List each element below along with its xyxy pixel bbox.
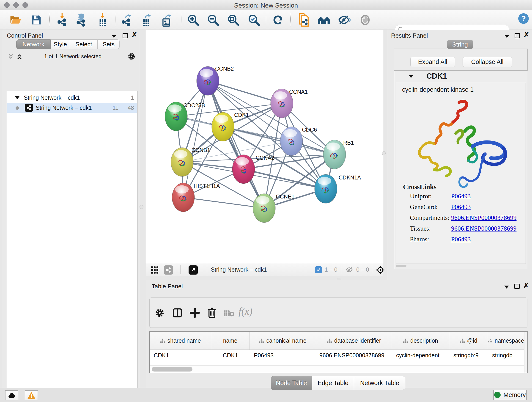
node-CCNB2[interactable]: CCNB2	[196, 65, 234, 95]
protein-collapse-caret[interactable]	[409, 75, 413, 78]
node-HIST1H1A[interactable]: HIST1H1A	[172, 183, 220, 212]
crosslink-genecard-link[interactable]: P06493	[451, 203, 471, 211]
node-CCNA1[interactable]: CCNA1	[271, 89, 308, 118]
tab-network[interactable]: Network	[16, 39, 51, 49]
network-view-title: String Network – cdk1	[211, 266, 267, 273]
import-network-file-button[interactable]	[56, 13, 69, 27]
protein-description: cyclin-dependent kinase 1	[402, 86, 474, 93]
tab-string[interactable]: String	[447, 40, 473, 49]
crosslink-compartments-link[interactable]: 9606.ENSP00000378699	[451, 214, 516, 221]
tab-style[interactable]: Style	[51, 39, 70, 49]
collapse-all-chevrons-icon[interactable]	[7, 53, 14, 60]
tab-label: Network Table	[360, 380, 399, 387]
edge-CCNE1-HIST1H1A[interactable]	[183, 197, 264, 208]
eye-slash-icon	[338, 14, 351, 26]
title-bar: Session: New Session	[0, 0, 532, 10]
save-session-button[interactable]	[30, 13, 43, 27]
zoom-fit-button[interactable]	[227, 13, 240, 27]
warning-status-button[interactable]	[25, 390, 38, 400]
left-splitter-grip[interactable]	[139, 205, 143, 209]
panel-close-button[interactable]: ✗	[523, 283, 529, 288]
add-column-plus-icon[interactable]	[190, 307, 200, 318]
network-collection-row[interactable]: String Network – cdk1 1	[7, 93, 137, 103]
crosslink-uniprot-link[interactable]: P06493	[451, 192, 471, 200]
tab-sets[interactable]: Sets	[98, 39, 120, 49]
delete-trash-icon[interactable]	[207, 307, 217, 318]
zoom-selected-button[interactable]	[247, 13, 260, 27]
main-toolbar: ?	[0, 10, 532, 30]
birdseye-grid-icon[interactable]	[150, 266, 159, 274]
scrollbar-thumb[interactable]	[152, 367, 192, 371]
open-session-button[interactable]	[9, 13, 22, 27]
expand-all-button[interactable]: Expand All	[410, 57, 455, 67]
node-CCNB1[interactable]: CCNB1	[171, 147, 210, 177]
edge-CCNB2-HIST1H1A[interactable]	[183, 81, 208, 197]
crosslink-label: Pharos:	[410, 236, 429, 243]
import-network-database-button[interactable]	[75, 13, 88, 27]
expand-all-chevrons-icon[interactable]	[16, 53, 23, 60]
table-row[interactable]: CDK1 CDK1 P06493 9606.ENSP00000378699 cy…	[150, 350, 524, 365]
share-network-button[interactable]	[164, 265, 173, 274]
import-table-file-button[interactable]	[96, 13, 109, 27]
eye-button-disabled[interactable]	[359, 13, 372, 27]
export-table-button[interactable]	[139, 13, 153, 27]
gear-icon[interactable]	[127, 52, 136, 61]
column-header-name[interactable]: name	[211, 332, 249, 350]
panel-menu-caret[interactable]	[504, 35, 509, 38]
zoom-out-button[interactable]	[206, 13, 220, 27]
node-label-HIST1H1A: HIST1H1A	[194, 183, 220, 189]
panel-float-button[interactable]	[515, 33, 520, 38]
crosslink-pharos-link[interactable]: P06493	[451, 236, 471, 243]
database-network-icon	[75, 13, 88, 27]
column-header-shared-name[interactable]: shared name	[150, 332, 211, 350]
tab-select[interactable]: Select	[70, 39, 98, 49]
selected-checkbox[interactable]	[315, 266, 322, 273]
home-networks-button[interactable]	[317, 13, 331, 27]
zoom-in-button[interactable]	[186, 13, 200, 27]
column-header-database-identifier[interactable]: database identifier	[316, 332, 392, 350]
help-button[interactable]: ?	[517, 12, 530, 25]
tab-network-table[interactable]: Network Table	[354, 376, 405, 390]
panel-close-button[interactable]: ✗	[132, 32, 137, 38]
panel-float-button[interactable]	[123, 33, 128, 38]
column-header-description[interactable]: description	[392, 332, 449, 350]
gear-icon[interactable]	[155, 308, 165, 318]
column-header-canonical-name[interactable]: canonical name	[249, 332, 316, 350]
crosslink-tissues-link[interactable]: 9606.ENSP00000378699	[451, 225, 516, 232]
node-label-CCNA2: CCNA2	[256, 155, 274, 161]
memory-button[interactable]: Memory	[493, 390, 527, 400]
tree-expand-caret[interactable]	[15, 96, 20, 99]
panel-menu-caret[interactable]	[111, 35, 116, 38]
table-horizontal-scrollbar[interactable]	[150, 365, 524, 373]
string-import-button[interactable]	[298, 13, 311, 27]
right-splitter-grip[interactable]	[382, 151, 386, 155]
zoom-in-icon	[187, 14, 199, 26]
node-RB1[interactable]: RB1	[323, 140, 354, 169]
export-image-button[interactable]	[160, 13, 173, 27]
table-vertical-scrollbar[interactable]	[524, 332, 527, 373]
show-columns-icon[interactable]	[172, 307, 183, 318]
panel-close-button[interactable]: ✗	[524, 32, 529, 38]
open-in-window-button[interactable]	[189, 265, 198, 274]
tab-edge-table[interactable]: Edge Table	[312, 376, 354, 390]
panel-float-button[interactable]	[514, 284, 520, 289]
network-view-canvas[interactable]: CCNB2CCNA1CDC25BCDK1CDC6RB1CCNB1CCNA2HIS…	[146, 30, 383, 263]
tab-node-table[interactable]: Node Table	[271, 376, 312, 390]
network-row-selected[interactable]: String Network – cdk1 11 48	[7, 103, 137, 113]
column-label: shared name	[167, 337, 201, 344]
results-scrollbar-thumb[interactable]	[396, 265, 406, 267]
column-header-id[interactable]: @id	[449, 332, 488, 350]
node-CDKN1A[interactable]: CDKN1A	[315, 174, 361, 203]
cloud-status-button[interactable]	[5, 390, 18, 400]
node-CCNE1[interactable]: CCNE1	[253, 193, 294, 223]
export-network-button[interactable]	[120, 13, 133, 27]
panel-menu-caret[interactable]	[504, 286, 509, 288]
node-CDC25B[interactable]: CDC25B	[165, 102, 205, 131]
fit-crosshair-icon[interactable]	[376, 265, 385, 274]
collapse-all-button[interactable]: Collapse All	[462, 57, 512, 67]
node-CCNA2[interactable]: CCNA2	[232, 155, 274, 184]
cell-shared-name: CDK1	[150, 350, 211, 365]
column-header-namespace[interactable]: namespace	[488, 332, 524, 350]
refresh-view-button[interactable]	[271, 13, 285, 27]
hide-panel-button[interactable]	[338, 13, 351, 27]
